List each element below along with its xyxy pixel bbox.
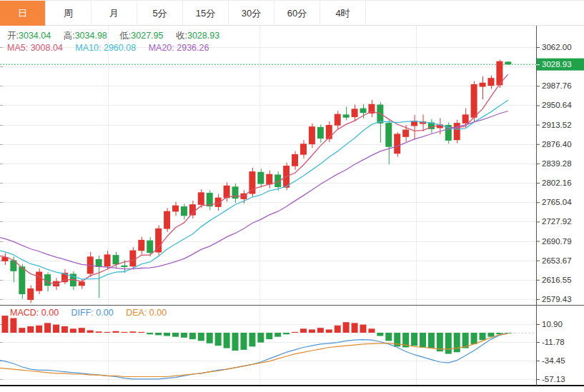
price-chart-canvas[interactable]: 3062.002987.762950.642913.522876.402839.… xyxy=(0,0,584,392)
svg-text:2765.04: 2765.04 xyxy=(542,198,572,206)
svg-text:-11.78: -11.78 xyxy=(542,338,565,346)
svg-text:2950.64: 2950.64 xyxy=(542,101,572,109)
ma10-readout: MA10: 2960.08 xyxy=(75,43,136,53)
svg-text:-57.13: -57.13 xyxy=(542,375,565,383)
svg-text:-34.45: -34.45 xyxy=(542,356,565,365)
svg-text:2579.43: 2579.43 xyxy=(542,295,572,303)
tab-month[interactable]: 月 xyxy=(91,1,137,26)
svg-text:2987.76: 2987.76 xyxy=(542,81,572,90)
close-readout: 收:3028.93 xyxy=(176,31,219,41)
price-axis: 3062.002987.762950.642913.522876.402839.… xyxy=(0,43,572,383)
ohlc-legend: 开:3034.04 高:3034.98 低:3027.95 收:3028.93 xyxy=(7,30,229,42)
macd-legend: MACD: 0.00 DIFF: 0.00 DEA: 0.00 xyxy=(10,308,177,318)
svg-text:2727.92: 2727.92 xyxy=(542,217,572,226)
ma20-readout: MA20: 2936.26 xyxy=(149,43,209,53)
svg-text:2690.79: 2690.79 xyxy=(542,237,572,246)
tab-30min[interactable]: 30分 xyxy=(229,1,274,26)
svg-text:2653.67: 2653.67 xyxy=(542,256,572,265)
macd-histogram xyxy=(0,314,511,354)
svg-text:2616.55: 2616.55 xyxy=(542,276,572,284)
tab-60min[interactable]: 60分 xyxy=(274,1,320,26)
tab-15min[interactable]: 15分 xyxy=(183,1,229,26)
dea-readout: DEA: 0.00 xyxy=(126,308,167,318)
open-readout: 开:3034.04 xyxy=(7,31,51,41)
svg-text:2839.28: 2839.28 xyxy=(542,159,572,168)
svg-text:2913.52: 2913.52 xyxy=(542,121,572,129)
svg-text:2802.16: 2802.16 xyxy=(542,179,572,187)
tab-week[interactable]: 周 xyxy=(46,1,91,26)
diff-readout: DIFF: 0.00 xyxy=(71,308,114,318)
svg-text:2876.40: 2876.40 xyxy=(542,140,572,149)
ma5-readout: MA5: 3008.04 xyxy=(7,43,63,53)
svg-text:3028.93: 3028.93 xyxy=(542,60,572,69)
tab-5min[interactable]: 5分 xyxy=(137,1,183,26)
svg-text:10.90: 10.90 xyxy=(542,320,563,328)
svg-text:3062.00: 3062.00 xyxy=(542,43,572,51)
ma-legend: MA5: 3008.04 MA10: 2960.08 MA20: 2936.26 xyxy=(7,43,219,53)
candlestick-series xyxy=(0,60,511,303)
high-readout: 高:3034.98 xyxy=(64,31,107,41)
macd-readout: MACD: 0.00 xyxy=(10,308,59,318)
tab-4hour[interactable]: 4时 xyxy=(320,1,366,26)
tab-day[interactable]: 日 xyxy=(0,1,46,26)
low-readout: 低:3027.95 xyxy=(119,31,163,41)
trading-chart-window: 3062.002987.762950.642913.522876.402839.… xyxy=(0,0,584,392)
timeframe-tabbar: 日 周 月 5分 15分 30分 60分 4时 xyxy=(0,0,584,26)
current-price-tag: 3028.93 xyxy=(536,59,584,71)
